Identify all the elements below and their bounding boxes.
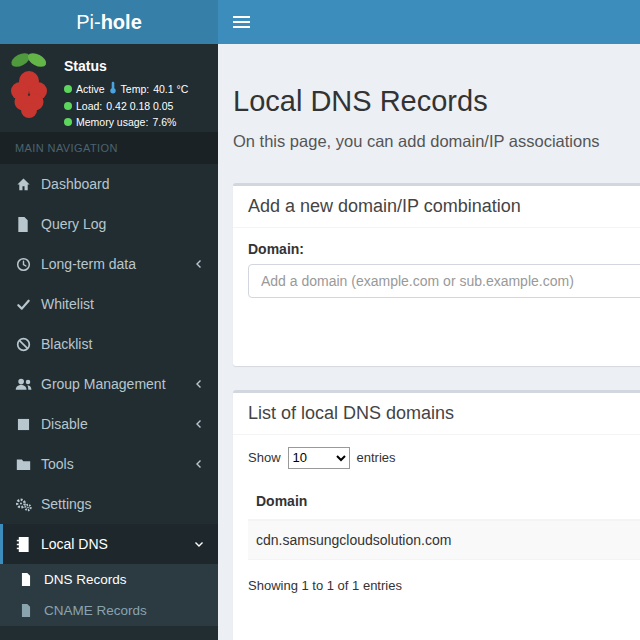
sidebar-menu: Dashboard Query Log Long-term data White… — [0, 164, 218, 626]
show-label: Show — [248, 450, 281, 465]
users-icon — [14, 377, 32, 391]
ban-icon — [14, 337, 32, 352]
load-values: 0.42 0.18 0.05 — [106, 100, 173, 112]
sidebar-item-dns-records[interactable]: DNS Records — [0, 564, 218, 595]
sidebar-toggle-button[interactable] — [218, 0, 266, 44]
domain-cell: cdn.samsungcloudsolution.com — [248, 520, 640, 560]
sidebar-item-query-log[interactable]: Query Log — [0, 204, 218, 244]
sidebar-item-label: Long-term data — [41, 256, 136, 272]
entries-label: entries — [357, 450, 396, 465]
sidebar-item-settings[interactable]: Settings — [0, 484, 218, 524]
pihole-admin-page: { "topbar": { "logo_prefix": "Pi-", "log… — [0, 0, 640, 640]
chevron-left-icon — [194, 419, 204, 429]
status-line-memory: Memory usage: 7.6% — [64, 116, 210, 128]
memory-status-icon — [64, 118, 72, 126]
page-title: Local DNS Records — [233, 84, 625, 119]
chevron-left-icon — [194, 379, 204, 389]
sidebar-item-label: CNAME Records — [44, 603, 147, 618]
logo-text-bold: hole — [101, 11, 142, 34]
top-bar: Pi-hole — [0, 0, 640, 44]
thermometer-icon — [109, 81, 117, 96]
dns-domains-list-body: Show 10 entries Domain cdn.samsungclouds… — [233, 435, 640, 640]
show-entries-row: Show 10 entries — [248, 447, 640, 469]
raspberry-icon — [6, 48, 52, 126]
status-panel: Status Active Temp: 40.1 °C Load: 0.42 0… — [0, 44, 218, 132]
sidebar-item-disable[interactable]: Disable — [0, 404, 218, 444]
main-content: Local DNS Records On this page, you can … — [218, 44, 640, 640]
check-icon — [14, 297, 32, 312]
logo-text-prefix: Pi- — [76, 11, 100, 34]
hamburger-icon — [233, 21, 250, 23]
memory-label: Memory usage: — [76, 116, 148, 128]
add-domain-box-body: Domain: — [233, 228, 640, 366]
sidebar-item-label: Whitelist — [41, 296, 94, 312]
file-icon — [17, 604, 35, 617]
gears-icon — [14, 497, 32, 512]
table-row: cdn.samsungcloudsolution.com — [248, 520, 640, 560]
status-title: Status — [64, 58, 210, 74]
chevron-left-icon — [194, 259, 204, 269]
sidebar-item-label: Local DNS — [41, 536, 108, 552]
page-size-select[interactable]: 10 — [288, 447, 350, 469]
domain-input[interactable] — [248, 264, 640, 298]
table-summary: Showing 1 to 1 of 1 entries — [248, 560, 640, 593]
status-line-load: Load: 0.42 0.18 0.05 — [64, 100, 210, 112]
sidebar-item-local-dns[interactable]: Local DNS — [0, 524, 218, 564]
sidebar-item-label: Query Log — [41, 216, 106, 232]
sidebar-item-label: Tools — [41, 456, 74, 472]
sidebar-item-label: Blacklist — [41, 336, 92, 352]
domain-field-label: Domain: — [248, 241, 304, 257]
add-domain-box: Add a new domain/IP combination Domain: — [233, 183, 640, 366]
temp-value: 40.1 °C — [153, 83, 188, 95]
memory-value: 7.6% — [152, 116, 176, 128]
sidebar-item-label: Disable — [41, 416, 88, 432]
content-header: Local DNS Records On this page, you can … — [218, 44, 640, 151]
hamburger-icon — [233, 26, 250, 28]
sidebar-item-label: DNS Records — [44, 572, 127, 587]
temp-label: Temp: — [121, 83, 150, 95]
sidebar: Status Active Temp: 40.1 °C Load: 0.42 0… — [0, 44, 218, 640]
dns-domains-list-box: List of local DNS domains Show 10 entrie… — [233, 390, 640, 640]
load-status-icon — [64, 102, 72, 110]
file-icon — [17, 573, 35, 586]
sidebar-item-whitelist[interactable]: Whitelist — [0, 284, 218, 324]
nav-section-header: MAIN NAVIGATION — [0, 132, 218, 164]
address-book-icon — [14, 537, 32, 552]
active-label: Active — [76, 83, 105, 95]
add-domain-box-header: Add a new domain/IP combination — [233, 186, 640, 228]
sidebar-item-label: Dashboard — [41, 176, 110, 192]
page-subtitle: On this page, you can add domain/IP asso… — [233, 132, 625, 151]
sidebar-item-tools[interactable]: Tools — [0, 444, 218, 484]
sidebar-item-label: Group Management — [41, 376, 166, 392]
sidebar-item-dashboard[interactable]: Dashboard — [0, 164, 218, 204]
sidebar-item-group-management[interactable]: Group Management — [0, 364, 218, 404]
local-dns-submenu: DNS Records CNAME Records — [0, 564, 218, 626]
active-status-icon — [64, 85, 72, 93]
status-line-active-temp: Active Temp: 40.1 °C — [64, 81, 210, 96]
file-icon — [14, 217, 32, 232]
column-header-domain[interactable]: Domain — [248, 483, 640, 520]
folder-icon — [14, 458, 32, 471]
chevron-left-icon — [194, 459, 204, 469]
home-icon — [14, 177, 32, 192]
table-header-row: Domain — [248, 483, 640, 520]
hamburger-icon — [233, 16, 250, 18]
clock-icon — [14, 257, 32, 272]
load-label: Load: — [76, 100, 102, 112]
sidebar-item-blacklist[interactable]: Blacklist — [0, 324, 218, 364]
stop-icon — [14, 418, 32, 431]
sidebar-item-label: Settings — [41, 496, 92, 512]
sidebar-item-long-term-data[interactable]: Long-term data — [0, 244, 218, 284]
dns-domains-table: Domain cdn.samsungcloudsolution.com — [248, 483, 640, 560]
sidebar-item-cname-records[interactable]: CNAME Records — [0, 595, 218, 626]
pihole-logo[interactable]: Pi-hole — [0, 0, 218, 44]
chevron-down-icon — [194, 539, 204, 549]
dns-domains-list-header: List of local DNS domains — [233, 393, 640, 435]
